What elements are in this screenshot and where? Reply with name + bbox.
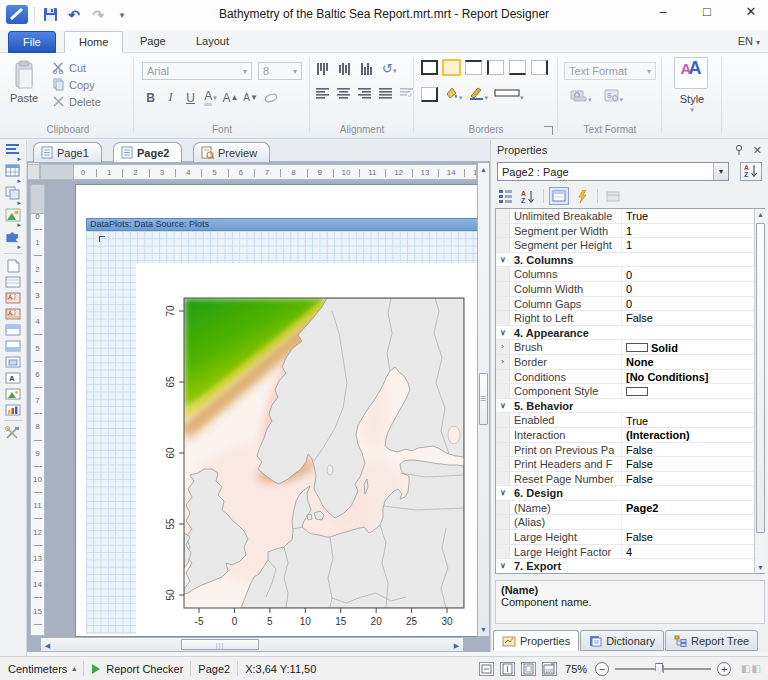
property-grid-scrollbar[interactable]: ▲ ▼ bbox=[754, 209, 767, 573]
property-value[interactable]: False bbox=[622, 311, 764, 325]
property-value[interactable]: 4 bbox=[622, 545, 764, 559]
footer-band-icon[interactable] bbox=[0, 337, 25, 353]
align-left-icon[interactable] bbox=[316, 87, 330, 99]
zoom-slider[interactable] bbox=[615, 668, 711, 670]
title-band-red-icon[interactable]: A bbox=[0, 289, 25, 305]
expand-arrow-icon[interactable]: ▸ bbox=[17, 200, 21, 206]
picture-band-icon[interactable] bbox=[0, 385, 25, 401]
color-swatch[interactable] bbox=[626, 343, 648, 352]
whole-page-view-icon[interactable] bbox=[521, 662, 536, 676]
style-button[interactable]: AA bbox=[674, 57, 708, 89]
expand-arrow-icon[interactable]: › bbox=[496, 340, 510, 354]
property-value[interactable]: 1 bbox=[622, 224, 764, 238]
border-none-icon[interactable] bbox=[443, 60, 460, 75]
panel-tab-properties[interactable]: Properties bbox=[493, 630, 579, 651]
report-checker-button[interactable]: Report Checker bbox=[91, 663, 183, 675]
plain-band-icon[interactable] bbox=[0, 273, 25, 289]
currency-format-icon[interactable]: ▾ bbox=[570, 89, 592, 104]
border-color-icon[interactable]: ▾ bbox=[469, 86, 489, 102]
resize-grip-icon[interactable]: ◧◧ bbox=[741, 663, 762, 674]
data-band-grid[interactable]: -50510152025305055606570 bbox=[86, 231, 477, 634]
services-icon[interactable] bbox=[0, 424, 25, 440]
zoom-out-button[interactable]: − bbox=[595, 662, 609, 676]
property-value[interactable]: Solid bbox=[622, 340, 764, 354]
property-value[interactable]: 0 bbox=[622, 297, 764, 311]
page-width-view-icon[interactable] bbox=[479, 662, 494, 676]
tab-home[interactable]: Home bbox=[64, 31, 123, 53]
text-format-combo[interactable]: Text Format▾ bbox=[564, 62, 656, 80]
expand-arrow-icon[interactable]: ▸ bbox=[17, 178, 21, 184]
copy-button[interactable]: Copy bbox=[52, 76, 101, 93]
align-center-icon[interactable] bbox=[337, 87, 351, 99]
property-value[interactable]: [No Conditions] bbox=[622, 370, 764, 384]
properties-page-icon[interactable] bbox=[549, 187, 569, 205]
color-swatch[interactable] bbox=[626, 387, 648, 396]
close-panel-icon[interactable]: ✕ bbox=[753, 144, 762, 157]
collapse-chevron-icon[interactable]: ∨ bbox=[496, 399, 510, 413]
text-component-icon[interactable]: ▸ bbox=[0, 140, 25, 162]
tab-page[interactable]: Page bbox=[126, 31, 180, 53]
align-top-icon[interactable] bbox=[316, 62, 330, 76]
property-value[interactable]: False bbox=[622, 472, 764, 486]
property-value[interactable]: False bbox=[622, 443, 764, 457]
property-value[interactable]: False bbox=[622, 530, 764, 544]
text-band-icon[interactable]: A bbox=[0, 369, 25, 385]
property-value[interactable]: False bbox=[622, 457, 764, 471]
bathymetry-map-image[interactable]: -50510152025305055606570 bbox=[136, 263, 477, 634]
font-family-combo[interactable]: Arial▾ bbox=[142, 62, 252, 80]
underline-button[interactable]: U bbox=[182, 89, 199, 106]
align-middle-icon[interactable] bbox=[338, 62, 352, 76]
border-top-icon[interactable] bbox=[465, 60, 482, 75]
property-value[interactable]: 1 bbox=[622, 238, 764, 252]
zoom-100-icon[interactable]: 100 bbox=[542, 662, 557, 676]
report-page[interactable]: DataPlots: Data Source: Plots bbox=[75, 184, 477, 637]
align-bottom-icon[interactable] bbox=[360, 62, 374, 76]
shrink-font-button[interactable]: A▼ bbox=[242, 89, 259, 106]
border-bottom-icon[interactable] bbox=[509, 60, 526, 75]
data-band-header[interactable]: DataPlots: Data Source: Plots bbox=[86, 218, 477, 231]
property-value[interactable]: 0 bbox=[622, 282, 764, 296]
expand-arrow-icon[interactable]: › bbox=[496, 355, 510, 369]
collapse-chevron-icon[interactable]: ∨ bbox=[496, 326, 510, 340]
vertical-scrollbar[interactable]: ▲ ☰ ▼ bbox=[477, 162, 490, 637]
panel-band-icon[interactable] bbox=[0, 353, 25, 369]
expand-arrow-icon[interactable]: ▸ bbox=[17, 156, 21, 162]
style-caret-icon[interactable]: ▾ bbox=[664, 106, 720, 114]
doc-tab-page1[interactable]: Page1 bbox=[33, 142, 102, 162]
property-value[interactable]: True bbox=[622, 413, 764, 427]
page-height-view-icon[interactable] bbox=[500, 662, 515, 676]
maximize-icon[interactable]: □ bbox=[698, 4, 716, 19]
align-justify-icon[interactable] bbox=[379, 87, 393, 99]
italic-button[interactable]: I bbox=[162, 89, 179, 106]
minimize-icon[interactable]: – bbox=[654, 4, 672, 19]
collapse-chevron-icon[interactable]: ∨ bbox=[496, 253, 510, 267]
categorized-icon[interactable] bbox=[495, 187, 515, 205]
header-band-icon[interactable] bbox=[0, 321, 25, 337]
property-value[interactable] bbox=[622, 384, 764, 398]
word-wrap-icon[interactable] bbox=[400, 87, 414, 99]
tab-file[interactable]: File bbox=[8, 31, 56, 53]
collapse-chevron-icon[interactable]: ∨ bbox=[496, 559, 510, 573]
clone-component-icon[interactable]: ▸ bbox=[0, 184, 25, 206]
image-component-icon[interactable]: ▸ bbox=[0, 206, 25, 228]
events-icon[interactable] bbox=[572, 187, 592, 205]
collapse-chevron-icon[interactable]: ∨ bbox=[496, 486, 510, 500]
doc-tab-page2[interactable]: Page2 bbox=[113, 142, 182, 162]
property-value[interactable]: True bbox=[622, 209, 764, 223]
custom-component-icon[interactable]: ▸ bbox=[0, 228, 25, 250]
font-color-button[interactable]: A▾ bbox=[202, 89, 219, 106]
property-value[interactable]: 0 bbox=[622, 267, 764, 281]
fill-color-icon[interactable]: ▾ bbox=[444, 86, 463, 102]
panel-tab-report-tree[interactable]: Report Tree bbox=[665, 630, 758, 651]
property-value[interactable]: (Interaction) bbox=[622, 428, 764, 442]
grow-font-button[interactable]: A▲ bbox=[222, 89, 239, 106]
zoom-in-button[interactable]: + bbox=[717, 662, 731, 676]
property-value[interactable]: Page2 bbox=[622, 501, 764, 515]
close-icon[interactable]: ✕ bbox=[742, 4, 760, 19]
expand-arrow-icon[interactable]: ▸ bbox=[17, 244, 21, 250]
property-value[interactable]: None bbox=[622, 355, 764, 369]
delete-button[interactable]: Delete bbox=[52, 93, 101, 110]
property-value[interactable] bbox=[622, 515, 764, 529]
border-all-icon[interactable] bbox=[421, 60, 438, 75]
line-style-icon[interactable]: ▾ bbox=[494, 86, 524, 102]
